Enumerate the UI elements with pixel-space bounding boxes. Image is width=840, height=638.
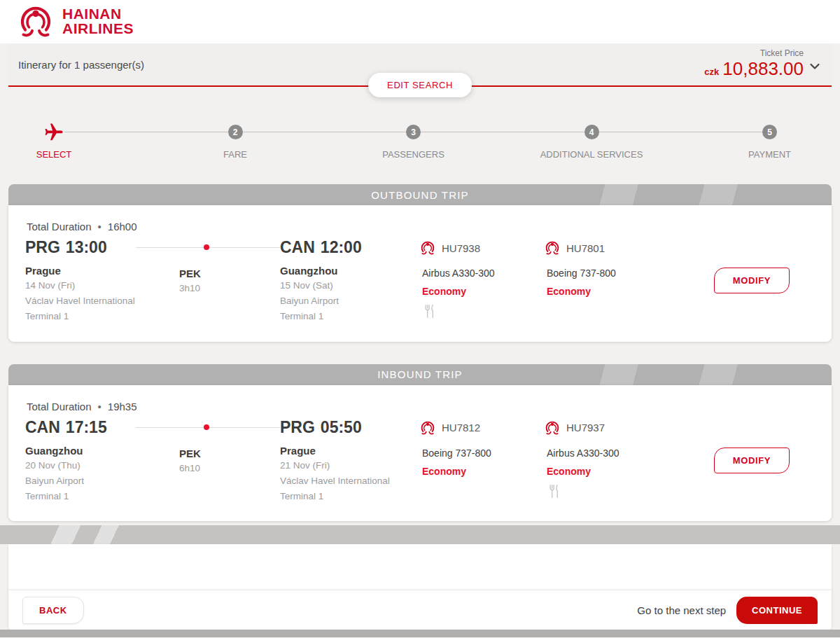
stopover-code: PEK [179, 448, 280, 459]
arrival-info: PRG05:50 Prague 21 Nov (Fri) Václav Have… [280, 418, 420, 504]
ticket-price-label: Ticket Price [704, 48, 804, 58]
cabin-class: Economy [422, 466, 545, 477]
flight-number: HU7812 [442, 422, 480, 434]
stopover-duration: 6h10 [179, 462, 280, 475]
booking-steps: SELECT 2 FARE 3 PASSENGERS 4 ADDITIONAL … [8, 87, 832, 184]
flight-number: HU7938 [442, 242, 480, 254]
page-bottom-strip [0, 630, 840, 637]
step-connector [64, 132, 228, 132]
stopover-info: PEK 6h10 [179, 448, 280, 475]
arrival-terminal: Terminal 1 [280, 310, 420, 323]
price-amount: 10,883.00 [722, 58, 804, 80]
aircraft-type: Airbus A330-300 [422, 268, 545, 279]
stopover-code: PEK [179, 268, 280, 279]
flight-number: HU7937 [566, 422, 605, 434]
arrival-airport: Václav Havel International [280, 475, 420, 487]
route-graphic: PEK 3h10 [174, 238, 280, 295]
step-connector [599, 132, 763, 132]
decorative-band [0, 525, 840, 544]
inbound-trip-section: INBOUND TRIP Total Duration • 19h35 CAN1… [8, 364, 832, 522]
step-connector [421, 132, 584, 132]
step-connector [243, 132, 407, 132]
trip-card: Total Duration • 19h35 CAN17:15 Guangzho… [8, 385, 832, 522]
trip-title: INBOUND TRIP [377, 368, 463, 380]
stopover-duration: 3h10 [179, 282, 280, 295]
trip-header: INBOUND TRIP [8, 364, 832, 385]
bottom-panel: BACK Go to the next step CONTINUE [8, 544, 832, 630]
flight-segment: HU7937 Airbus A330-300 Economy [545, 418, 669, 499]
currency-code: czk [704, 67, 719, 77]
back-button[interactable]: BACK [22, 597, 84, 624]
step-number-badge: 5 [762, 125, 777, 139]
route-graphic: PEK 6h10 [174, 418, 280, 475]
hainan-emblem-icon [420, 420, 435, 436]
arrival-city: Prague [280, 445, 420, 457]
arrival-date: 21 Nov (Fri) [280, 459, 420, 472]
step-passengers[interactable]: 3 PASSENGERS [406, 125, 421, 160]
departure-airport: Václav Havel International [25, 295, 174, 307]
cabin-class: Economy [547, 286, 669, 297]
arrival-airport: Baiyun Airport [280, 295, 420, 307]
continue-button[interactable]: CONTINUE [736, 597, 818, 624]
hainan-emblem-icon [18, 4, 53, 39]
arrival-time: CAN12:00 [280, 238, 420, 257]
cabin-class: Economy [547, 466, 669, 477]
bullet-separator: • [98, 221, 102, 233]
hainan-emblem-icon [420, 240, 435, 256]
aircraft-type: Airbus A330-300 [547, 448, 669, 459]
plane-icon [43, 125, 64, 139]
hainan-emblem-icon [545, 420, 560, 436]
modify-inbound-button[interactable]: MODIFY [714, 448, 790, 473]
bullet-separator: • [98, 401, 102, 412]
departure-date: 20 Nov (Thu) [25, 459, 174, 472]
flight-segment: HU7938 Airbus A330-300 Economy [420, 238, 545, 319]
edit-search-button[interactable]: EDIT SEARCH [368, 73, 472, 97]
trip-card: Total Duration • 16h00 PRG13:00 Prague 1… [8, 205, 832, 342]
itinerary-summary-bar: Itinerary for 1 passenger(s) Ticket Pric… [8, 43, 832, 87]
departure-airport: Baiyun Airport [25, 475, 174, 487]
step-number-badge: 2 [228, 125, 243, 139]
route-line [136, 247, 280, 248]
step-number-badge: 4 [584, 125, 599, 139]
app-header: HAINAN AIRLINES [0, 0, 840, 43]
step-fare[interactable]: 2 FARE [228, 125, 243, 160]
aircraft-type: Boeing 737-800 [547, 268, 669, 279]
aircraft-type: Boeing 737-800 [422, 448, 545, 459]
next-step-hint: Go to the next step [637, 604, 726, 616]
cabin-class: Economy [422, 286, 545, 297]
modify-outbound-button[interactable]: MODIFY [714, 268, 790, 293]
footer-action-bar: BACK Go to the next step CONTINUE [8, 590, 832, 630]
empty-panel-area [8, 544, 832, 590]
flight-segment: HU7801 Boeing 737-800 Economy [545, 238, 669, 319]
step-payment[interactable]: 5 PAYMENT [762, 125, 777, 160]
flight-number: HU7801 [566, 242, 605, 254]
total-duration: Total Duration • 16h00 [27, 221, 815, 233]
total-duration: Total Duration • 19h35 [27, 401, 815, 412]
departure-info: PRG13:00 Prague 14 Nov (Fri) Václav Have… [25, 238, 174, 324]
logo-wordmark: HAINAN AIRLINES [62, 7, 134, 36]
departure-terminal: Terminal 1 [25, 310, 174, 323]
route-line [136, 427, 280, 428]
departure-date: 14 Nov (Fri) [25, 279, 174, 292]
trip-header: OUTBOUND TRIP [8, 184, 832, 205]
departure-city: Prague [25, 265, 174, 277]
arrival-city: Guangzhou [280, 265, 420, 277]
meal-icon [547, 484, 669, 499]
hainan-airlines-logo[interactable]: HAINAN AIRLINES [18, 4, 134, 39]
meal-icon [422, 304, 545, 319]
departure-terminal: Terminal 1 [25, 490, 174, 503]
outbound-trip-section: OUTBOUND TRIP Total Duration • 16h00 PRG… [8, 184, 832, 342]
ticket-price-expander[interactable]: Ticket Price czk 10,883.00 [704, 48, 820, 80]
step-additional-services[interactable]: 4 ADDITIONAL SERVICES [584, 125, 599, 160]
departure-city: Guangzhou [25, 445, 174, 457]
stopover-dot [204, 424, 209, 430]
ticket-price-value: czk 10,883.00 [704, 58, 804, 80]
stopover-dot [204, 244, 209, 250]
stopover-info: PEK 3h10 [179, 268, 280, 295]
itinerary-label: Itinerary for 1 passenger(s) [18, 59, 144, 71]
step-select[interactable]: SELECT [43, 125, 64, 160]
arrival-info: CAN12:00 Guangzhou 15 Nov (Sat) Baiyun A… [280, 238, 420, 324]
departure-info: CAN17:15 Guangzhou 20 Nov (Thu) Baiyun A… [25, 418, 174, 504]
arrival-terminal: Terminal 1 [280, 490, 420, 503]
hainan-emblem-icon [545, 240, 560, 256]
